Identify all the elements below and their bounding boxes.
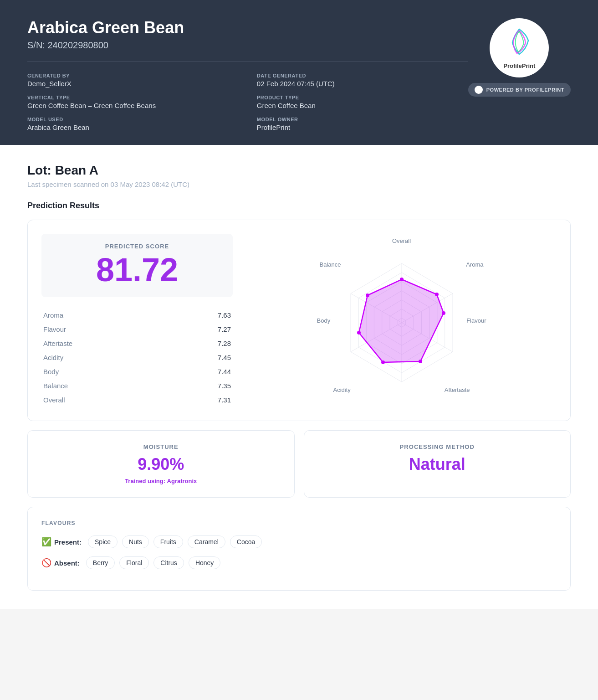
powered-icon [475,86,483,94]
present-tag: Caramel [188,535,225,548]
absent-status: 🚫 Absent: [41,558,80,568]
present-icon: ✅ [41,537,51,547]
header-section: Arabica Green Bean S/N: 240202980800 GEN… [0,0,598,145]
model-used-value: Arabica Green Bean [27,124,239,131]
model-used-block: MODEL USED Arabica Green Bean [27,117,239,131]
predicted-score-box: PREDICTED SCORE 81.72 [41,234,233,297]
model-owner-block: MODEL OWNER ProfilePrint [257,117,468,131]
svg-point-15 [435,293,439,296]
info-cards-row: MOISTURE 9.90% Trained using: Agratronix… [27,430,571,498]
vertical-type-block: VERTICAL TYPE Green Coffee Bean – Green … [27,95,239,109]
date-generated-value: 02 Feb 2024 07:45 (UTC) [257,80,468,88]
present-tags-container: SpiceNutsFruitsCaramelCocoa [88,535,262,548]
radar-rings [351,263,453,382]
score-row-label: Balance [41,379,168,393]
score-row: Flavour7.27 [41,322,233,336]
absent-tag: Floral [119,556,149,569]
lot-subtitle: Last specimen scanned on 03 May 2023 08:… [27,180,571,188]
product-title: Arabica Green Bean [27,18,468,37]
radar-label-flavour: Flavour [466,317,486,324]
svg-point-18 [381,360,385,364]
present-tag: Cocoa [230,535,262,548]
trained-by: Agratronix [167,478,197,484]
processing-value: Natural [315,455,560,474]
svg-marker-13 [359,279,444,362]
radar-svg [315,234,488,407]
trained-text: Trained using: [125,478,165,484]
score-row-label: Acidity [41,350,168,365]
prediction-scores: PREDICTED SCORE 81.72 Aroma7.63Flavour7.… [41,234,233,407]
radar-label-aftertaste: Aftertaste [445,386,470,393]
score-row-value: 7.63 [168,308,233,322]
flavours-card: FLAVOURS ✅ Present: SpiceNutsFruitsCaram… [27,507,571,591]
absent-label: Absent: [54,559,80,567]
radar-chart-area: Overall Aroma Flavour Aftertaste Acidity… [246,234,557,407]
moisture-value: 9.90% [39,455,283,474]
moisture-trained: Trained using: Agratronix [39,478,283,484]
moisture-label: MOISTURE [39,443,283,450]
radar-label-body: Body [317,317,331,324]
generated-by-block: GENERATED BY Demo_SellerX [27,73,239,88]
svg-point-14 [400,278,404,281]
powered-text: POWERED BY PROFILEPRINT [486,87,564,93]
product-type-label: PRODUCT TYPE [257,95,468,100]
score-row: Acidity7.45 [41,350,233,365]
present-tag: Fruits [153,535,183,548]
logo-label: ProfilePrint [503,62,535,69]
prediction-results-heading: Prediction Results [27,201,571,211]
model-used-label: MODEL USED [27,117,239,122]
score-row-label: Aftertaste [41,336,168,350]
svg-point-16 [442,311,445,315]
header-divider [27,62,468,62]
generated-by-value: Demo_SellerX [27,80,239,88]
header-logo-area: ProfilePrint POWERED BY PROFILEPRINT [468,18,571,97]
score-row: Aroma7.63 [41,308,233,322]
score-row-value: 7.44 [168,365,233,379]
score-row-value: 7.28 [168,336,233,350]
vertical-type-label: VERTICAL TYPE [27,95,239,100]
score-row-value: 7.27 [168,322,233,336]
predicted-score-value: 81.72 [52,253,222,286]
model-owner-label: MODEL OWNER [257,117,468,122]
present-label: Present: [54,538,82,546]
present-status: ✅ Present: [41,537,82,547]
svg-point-20 [366,293,369,297]
score-row-value: 7.45 [168,350,233,365]
product-type-block: PRODUCT TYPE Green Coffee Bean [257,95,468,109]
prediction-card: PREDICTED SCORE 81.72 Aroma7.63Flavour7.… [27,220,571,421]
logo-icon [506,27,533,59]
serial-number: S/N: 240202980800 [27,40,468,51]
processing-card: PROCESSING METHOD Natural [304,430,571,498]
score-row: Balance7.35 [41,379,233,393]
score-row-label: Aroma [41,308,168,322]
score-row: Body7.44 [41,365,233,379]
score-row-label: Flavour [41,322,168,336]
svg-point-17 [419,360,422,363]
score-row-value: 7.31 [168,393,233,407]
header-metadata: GENERATED BY Demo_SellerX DATE GENERATED… [27,73,468,131]
svg-point-19 [357,331,361,335]
absent-tags-container: BerryFloralCitrusHoney [86,556,221,569]
moisture-card: MOISTURE 9.90% Trained using: Agratronix [27,430,295,498]
processing-label: PROCESSING METHOD [315,443,560,450]
absent-icon: 🚫 [41,558,51,568]
absent-tag: Citrus [153,556,184,569]
radar-label-overall: Overall [392,237,411,244]
radar-label-acidity: Acidity [333,386,351,393]
radar-label-balance: Balance [320,261,341,268]
lot-title: Lot: Bean A [27,163,571,178]
date-generated-label: DATE GENERATED [257,73,468,78]
absent-row: 🚫 Absent: BerryFloralCitrusHoney [41,556,557,569]
absent-tag: Berry [86,556,115,569]
radar-chart: Overall Aroma Flavour Aftertaste Acidity… [315,234,488,407]
score-table: Aroma7.63Flavour7.27Aftertaste7.28Acidit… [41,308,233,407]
score-row-value: 7.35 [168,379,233,393]
product-type-value: Green Coffee Bean [257,102,468,109]
absent-tag: Honey [189,556,220,569]
radar-label-aroma: Aroma [466,261,483,268]
generated-by-label: GENERATED BY [27,73,239,78]
profileprint-logo: ProfilePrint [490,18,549,77]
predicted-score-label: PREDICTED SCORE [52,243,222,250]
model-owner-value: ProfilePrint [257,124,468,131]
present-tag: Spice [88,535,118,548]
